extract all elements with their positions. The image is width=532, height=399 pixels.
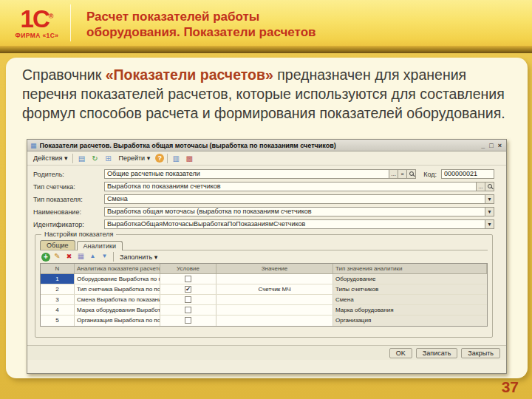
counter-type-field[interactable]: Выработка по показаниям счетчиков [104, 182, 477, 191]
row-condition-cell[interactable] [160, 274, 216, 284]
add-row-icon[interactable]: + [41, 253, 50, 262]
table-row[interactable]: 3 Смена Выработка по показаниям сче... С… [41, 295, 487, 305]
row-condition-cell[interactable]: ✔ [160, 284, 216, 294]
move-up-icon[interactable]: ▲ [88, 252, 98, 262]
table-row[interactable]: 4 Марка оборудования Выработка по по... … [41, 305, 487, 316]
row-number-cell[interactable]: 5 [41, 316, 75, 326]
condition-checkbox[interactable] [185, 296, 191, 303]
description-pre: Справочник [22, 66, 106, 83]
row-condition-cell[interactable] [160, 316, 216, 326]
row-number-cell[interactable]: 3 [41, 295, 75, 304]
registered-icon: ® [49, 13, 54, 20]
column-header-analytics[interactable]: Аналитика показателя расчетов [75, 264, 160, 273]
row-value-type-cell[interactable]: Марка оборудования [333, 305, 487, 315]
fill-button[interactable]: Заполнить ▾ [117, 253, 160, 261]
row-analytics-cell[interactable]: Тип счетчика Выработка по показани... [75, 284, 160, 294]
field-row-counter-type: Тип счетчика: Выработка по показаниям сч… [30, 182, 494, 191]
window-button-bar: OK Записать Закрыть [27, 345, 506, 360]
row-value-type-cell[interactable]: Организация [333, 316, 487, 326]
row-value-cell[interactable] [216, 305, 333, 315]
window-menubar: Действия ▾ ▤ ↻ ⊞ Перейти ▾ ? ▥ ▩ [27, 151, 506, 166]
field-row-name: Наименование: Выработка общая моточасы (… [30, 207, 494, 216]
ellipsis-button[interactable]: ... [389, 169, 398, 179]
goto-menu-button[interactable]: Перейти ▾ [116, 154, 152, 163]
window-title: Показатели расчетов. Выработка общая мот… [40, 142, 482, 149]
row-value-type-cell[interactable]: Оборудование [333, 274, 487, 284]
column-header-value-type[interactable]: Тип значения аналитики [333, 264, 487, 273]
condition-checkbox[interactable] [185, 276, 191, 282]
identifier-field-label: Идентификатор: [30, 221, 104, 228]
row-value-cell[interactable]: Счетчик МЧ [216, 284, 333, 294]
dropdown-arrow-icon: ▾ [154, 253, 158, 261]
help-icon[interactable]: ? [155, 154, 164, 163]
slide-title-line2: оборудования. Показатели расчетов [86, 24, 316, 40]
row-value-type-cell[interactable]: Смена [333, 295, 487, 304]
parent-field-label: Родитель: [30, 171, 104, 178]
column-header-value[interactable]: Значение [216, 264, 333, 273]
row-analytics-cell[interactable]: Марка оборудования Выработка по по... [75, 305, 160, 315]
table-row[interactable]: 5 Организация Выработка по показани... О… [41, 316, 487, 326]
clear-button[interactable]: × [398, 169, 407, 179]
toolbar-separator [72, 154, 73, 163]
edit-row-icon[interactable]: ✎ [52, 252, 62, 262]
grid-icon[interactable]: ▦ [76, 252, 86, 262]
search-button[interactable] [407, 169, 416, 179]
move-down-icon[interactable]: ▼ [100, 252, 109, 262]
name-field[interactable]: Выработка общая моточасы (выработка по п… [104, 207, 485, 216]
code-field[interactable]: 000000021 [441, 169, 494, 179]
indicator-type-field[interactable]: Смена [104, 194, 485, 204]
list-settings-icon[interactable]: ▥ [171, 154, 181, 163]
logo-1c: 1С® ФИРМА «1С» [9, 4, 65, 39]
tab-general[interactable]: Общие [40, 240, 75, 250]
minimize-button[interactable]: _ [481, 142, 485, 149]
table-header-row: N Аналитика показателя расчетов Условие … [41, 264, 487, 274]
column-header-num[interactable]: N [41, 264, 75, 273]
table-row[interactable]: 1 Оборудование Выработка по показан... О… [41, 274, 487, 284]
row-number-cell[interactable]: 4 [41, 305, 75, 315]
row-number-cell[interactable]: 1 [41, 274, 75, 284]
delete-row-icon[interactable]: ✖ [64, 252, 74, 262]
actions-menu-button[interactable]: Действия ▾ [31, 154, 69, 163]
indicator-type-field-label: Тип показателя: [30, 196, 104, 203]
window-titlebar[interactable]: ▦ Показатели расчетов. Выработка общая м… [27, 140, 506, 151]
row-analytics-cell[interactable]: Оборудование Выработка по показан... [75, 274, 160, 284]
ok-button[interactable]: OK [389, 348, 412, 358]
structure-icon[interactable]: ▤ [76, 154, 86, 163]
row-condition-cell[interactable] [160, 295, 216, 304]
table-body: 1 Оборудование Выработка по показан... О… [41, 274, 487, 326]
header-divider [70, 4, 71, 41]
refresh-icon[interactable]: ↻ [89, 154, 100, 163]
close-button[interactable]: × [498, 142, 502, 149]
ellipsis-button[interactable]: ... [477, 182, 485, 191]
dropdown-button[interactable]: ▾ [485, 194, 494, 204]
row-condition-cell[interactable] [160, 305, 216, 315]
search-button[interactable] [485, 182, 494, 191]
table-row[interactable]: 2 Тип счетчика Выработка по показани... … [41, 284, 487, 295]
logo-firm-text: ФИРМА «1С» [9, 32, 65, 39]
row-value-cell[interactable] [216, 316, 333, 326]
row-number-cell[interactable]: 2 [41, 284, 75, 294]
close-form-button[interactable]: Закрыть [461, 348, 500, 358]
identifier-field[interactable]: ВыработкаОбщаяМоточасыВыработкаПоПоказан… [104, 219, 485, 229]
tab-analytics[interactable]: Аналитики [77, 241, 123, 250]
dropdown-button[interactable]: ▾ [485, 207, 494, 216]
condition-checkbox[interactable] [185, 307, 191, 313]
row-analytics-cell[interactable]: Смена Выработка по показаниям сче... [75, 295, 160, 304]
row-analytics-cell[interactable]: Организация Выработка по показани... [75, 316, 160, 326]
dropdown-button[interactable]: ▾ [485, 219, 494, 229]
form-area: Родитель: Общие расчетные показатели ...… [27, 166, 506, 360]
content-panel: Справочник «Показатели расчетов» предназ… [6, 58, 528, 378]
write-button[interactable]: Записать [416, 348, 457, 358]
condition-checkbox[interactable]: ✔ [185, 286, 191, 293]
condition-checkbox[interactable] [185, 317, 191, 324]
maximize-button[interactable]: □ [489, 142, 493, 149]
toolbar-separator [113, 252, 114, 262]
column-header-condition[interactable]: Условие [160, 264, 216, 273]
row-value-cell[interactable] [216, 274, 333, 284]
row-value-type-cell[interactable]: Типы счетчиков [333, 284, 487, 294]
header-band: 1С® ФИРМА «1С» Расчет показателей работы… [0, 0, 532, 46]
new-document-icon[interactable]: ⊞ [103, 154, 113, 163]
layout-icon[interactable]: ▩ [184, 154, 194, 163]
row-value-cell[interactable] [216, 295, 333, 304]
parent-field[interactable]: Общие расчетные показатели [104, 169, 389, 179]
